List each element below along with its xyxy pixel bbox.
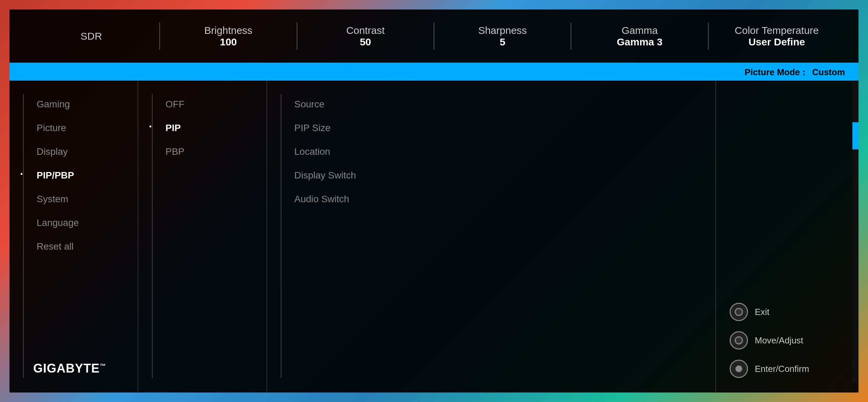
enter-confirm-control: Enter/Confirm [730,360,845,378]
menu-item-picture[interactable]: Picture [30,118,138,138]
controls-column: Exit Move/Adjust Enter/Confirm [716,81,859,392]
mid-menu: OFF PIP PBP [138,81,267,392]
enter-label: Enter/Confirm [755,364,809,374]
brand-name: GIGABYTE [33,361,100,375]
exit-control: Exit [730,303,845,321]
header-bar: SDR Brightness 100 Contrast 50 Sharpness… [9,9,859,64]
contrast-value: 50 [360,36,371,48]
menu-item-display[interactable]: Display [30,142,138,162]
gamma-value: Gamma 3 [617,36,663,48]
brightness-label: Brightness [204,25,253,36]
enter-icon-solid [735,365,742,372]
option-source[interactable]: Source [288,94,715,114]
picture-mode-bar: Picture Mode : Custom [9,64,859,81]
enter-icon [730,360,748,378]
brand-trademark: ™ [100,363,106,369]
option-display-switch[interactable]: Display Switch [288,165,715,186]
sharpness-value: 5 [500,36,506,48]
osd-panel: SDR Brightness 100 Contrast 50 Sharpness… [9,9,859,393]
contrast-label: Contrast [346,25,384,36]
gamma-label: Gamma [622,25,658,36]
move-icon [730,331,748,350]
sub-item-pip[interactable]: PIP [159,118,267,138]
exit-icon-inner [735,308,743,316]
sdr-label: SDR [80,30,102,42]
menu-item-system[interactable]: System [30,189,138,209]
option-audio-switch[interactable]: Audio Switch [288,189,715,209]
move-label: Move/Adjust [755,335,803,346]
picture-mode-value: Custom [812,67,845,78]
header-color-temp: Color Temperature User Define [709,25,845,48]
menu-item-language[interactable]: Language [30,213,138,233]
header-sdr: SDR [23,30,159,42]
sharpness-label: Sharpness [478,25,527,36]
menu-item-reset-all[interactable]: Reset all [30,236,138,257]
menu-item-gaming[interactable]: Gaming [30,94,138,114]
picture-mode-label: Picture Mode : [745,67,805,78]
scrollbar-thumb [852,122,859,149]
move-icon-inner [735,336,743,344]
header-contrast: Contrast 50 [297,25,434,48]
color-temp-value: User Define [748,36,805,48]
sub-item-pbp[interactable]: PBP [159,142,267,162]
sub-item-off[interactable]: OFF [159,94,267,114]
option-location[interactable]: Location [288,142,715,162]
header-gamma: Gamma Gamma 3 [571,25,708,48]
exit-icon [730,303,748,321]
scrollbar-track[interactable] [852,82,859,383]
color-temp-label: Color Temperature [735,25,819,36]
main-content: Gaming Picture Display PIP/PBP System La… [9,81,859,392]
brand-logo: GIGABYTE™ [33,361,106,376]
right-options: Source PIP Size Location Display Switch … [267,81,716,392]
menu-item-pip-pbp[interactable]: PIP/PBP [30,165,138,186]
header-brightness: Brightness 100 [160,25,296,48]
option-pip-size[interactable]: PIP Size [288,118,715,138]
exit-label: Exit [755,307,769,317]
left-menu: Gaming Picture Display PIP/PBP System La… [9,81,138,392]
brightness-value: 100 [220,36,237,48]
move-adjust-control: Move/Adjust [730,331,845,350]
header-sharpness: Sharpness 5 [434,25,571,48]
